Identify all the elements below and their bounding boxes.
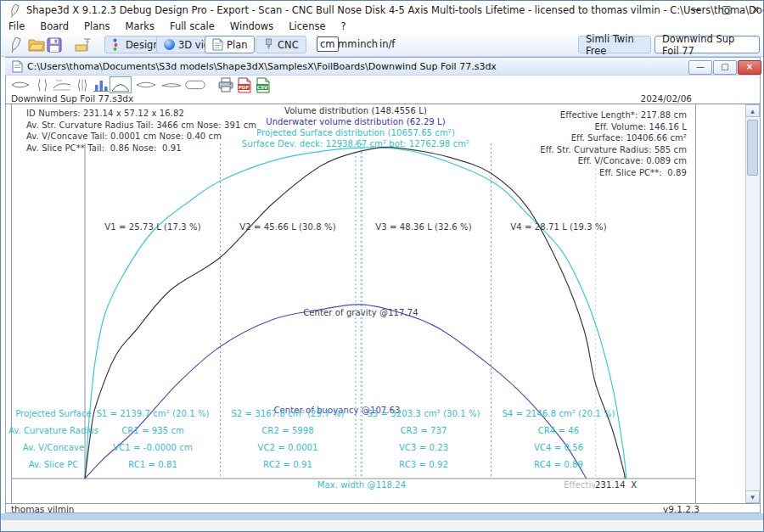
vc1-value: VC1 = -0.0000 cm xyxy=(113,443,193,452)
close-button[interactable]: × xyxy=(741,1,764,19)
eff-vconcave-value: Eff. V/Concave: 0.089 cm xyxy=(540,155,687,167)
row-label-vconcave: Av. V/Concave xyxy=(23,443,84,452)
eff-surface-value: Eff. Surface: 10406.66 cm² xyxy=(540,132,687,144)
rc1-value: RC1 = 0.81 xyxy=(128,460,177,469)
section-v1-label: V1 = 25.73 L (17.3 %) xyxy=(104,222,200,232)
doc-minimize-button[interactable]: — xyxy=(688,60,712,75)
menu-file[interactable]: File xyxy=(1,20,32,32)
measure-tool-icon[interactable] xyxy=(74,37,91,56)
menu-board[interactable]: Board xyxy=(32,20,76,32)
row-label-curvature-radius: Av. Curvature Radius xyxy=(8,426,98,435)
plan-shape-icon[interactable] xyxy=(135,76,157,93)
s1-value: S1 = 2139.7 cm² (20.1 %) xyxy=(96,409,209,418)
chart-title: Volume distribution (148.4556 L) xyxy=(284,106,427,115)
outline-view-icon[interactable] xyxy=(9,76,31,93)
menu-full-scale[interactable]: Full scale xyxy=(162,20,222,32)
chart-info-left: ID Numbers: 231.14 x 57.12 x 16.82 Av. S… xyxy=(26,108,256,154)
svg-text:PDF: PDF xyxy=(239,84,250,89)
view-toolbar: PDF CSV xyxy=(6,76,760,94)
vc2-value: VC2 = 0.0001 xyxy=(257,443,317,452)
rc2-value: RC2 = 0.91 xyxy=(263,460,312,469)
cnc-icon xyxy=(263,38,274,51)
plan-button-label: Plan xyxy=(227,39,247,51)
thickness-shape-icon[interactable] xyxy=(160,76,183,93)
board-tab-simli-twin-free[interactable]: Simli Twin Free xyxy=(578,36,651,53)
doc-restore-button[interactable]: □ xyxy=(713,60,737,75)
eff-volume-value: Eff. Volume: 146.16 L xyxy=(540,121,687,133)
document-date-label: 2024/02/06 xyxy=(640,93,692,104)
eff-slice-pc-value: Eff. Slice PC**: 0.89 xyxy=(540,167,687,179)
s3-value: S3 = 3203.3 cm² (30.1 %) xyxy=(367,409,480,418)
x-axis-end-label: 231.14 X xyxy=(595,480,637,490)
cnc-button-label: CNC xyxy=(278,39,299,51)
app-window: Shape3d X 9.1.2.3 Debug Design Pro - Exp… xyxy=(0,0,764,532)
vc3-value: VC3 = 0.23 xyxy=(399,443,448,452)
cr1-value: CR1 = 935 cm xyxy=(121,426,184,435)
s4-value: S4 = 2146.8 cm² (20.1 %) xyxy=(502,409,615,418)
chart-subtitle-projected: Projected Surface distribution (10657.65… xyxy=(256,128,455,137)
app-icon xyxy=(8,3,22,21)
effective-length-value: Effective Length*: 217.88 cm xyxy=(540,109,687,121)
max-width-label: Max. width @118.24 xyxy=(317,480,407,490)
scrollbar-thumb[interactable] xyxy=(747,120,758,176)
cr4-value: CR4 = 46 xyxy=(538,426,580,435)
menu-windows[interactable]: Windows xyxy=(222,20,281,32)
design-icon xyxy=(112,38,122,51)
chart-subtitle-surface-dev: Surface Dev. deck: 12938.67 cm² bot: 127… xyxy=(242,139,469,148)
cr3-value: CR3 = 737 xyxy=(400,426,447,435)
document-title-bar: C:\Users\thoma\Documents\S3d models\Shap… xyxy=(5,58,760,76)
open-file-icon[interactable] xyxy=(28,38,45,55)
menu-help[interactable]: ? xyxy=(334,20,354,32)
svg-text:CSV: CSV xyxy=(257,84,268,89)
canvas-left-border xyxy=(11,104,12,503)
maximize-button[interactable]: □ xyxy=(712,1,741,19)
rc4-value: RC4 = 0.89 xyxy=(534,460,583,469)
export-csv-icon[interactable]: CSV xyxy=(252,76,274,93)
menu-bar: File Board Plans Marks Full scale Window… xyxy=(1,20,763,33)
canvas-bottom-border xyxy=(5,503,760,504)
chart-info-right: Effective Length*: 217.88 cm Eff. Volume… xyxy=(540,109,687,178)
menu-marks[interactable]: Marks xyxy=(118,20,162,32)
pen-tool-icon[interactable] xyxy=(8,36,24,57)
cr2-value: CR2 = 5998 xyxy=(261,426,313,435)
outline-shape-icon[interactable] xyxy=(184,76,206,93)
rc3-value: RC3 = 0.92 xyxy=(399,460,448,469)
menu-license[interactable]: License xyxy=(281,20,333,32)
board-tab-downwind-sup-foil[interactable]: Downwind Sup Foil 77 xyxy=(654,36,760,53)
doc-close-button[interactable]: × xyxy=(738,60,761,75)
plan-icon xyxy=(212,38,223,51)
row-label-projected-surface: Projected Surface xyxy=(15,409,92,418)
main-toolbar: Design 3D view Plan CNC cm mm inch in/f … xyxy=(1,33,763,57)
s2-value: S2 = 3167.8 cm² (29.7 %) xyxy=(231,409,344,418)
section-v2-label: V2 = 45.66 L (30.8 %) xyxy=(239,222,335,232)
profile-view-icon[interactable] xyxy=(51,76,73,93)
scroll-down-icon[interactable]: ▼ xyxy=(745,490,760,503)
status-bar: Press F1 for help cm X: 60.80 Y: 28.81 Z… xyxy=(1,519,763,532)
avg-vconcave-label: Av. V/Concave Tail: 0.0001 cm Nose: 0.40… xyxy=(26,131,256,143)
design-button-label: Design xyxy=(126,39,160,51)
document-path: C:\Users\thoma\Documents\S3d models\Shap… xyxy=(27,61,497,72)
document-name-label: Downwind Sup Foil 77.s3dx xyxy=(11,93,133,104)
menu-plans[interactable]: Plans xyxy=(76,20,117,32)
window-title: Shape3d X 9.1.2.3 Debug Design Pro - Exp… xyxy=(26,4,764,16)
row-label-slice-pc: Av. Slice PC xyxy=(29,460,79,469)
title-bar: Shape3d X 9.1.2.3 Debug Design Pro - Exp… xyxy=(1,1,763,20)
distribution-view-icon[interactable] xyxy=(110,76,132,93)
chart-subtitle-underwater: Underwater volume distribution (62.29 L) xyxy=(266,117,446,126)
cnc-button[interactable]: CNC xyxy=(256,36,306,53)
section-v4-label: V4 = 28.71 L (19.3 %) xyxy=(510,222,606,232)
plan-button[interactable]: Plan xyxy=(205,36,255,53)
minimize-button[interactable]: — xyxy=(681,1,710,19)
id-numbers-label: ID Numbers: 231.14 x 57.12 x 16.82 xyxy=(26,108,256,120)
center-of-gravity-label: Center of gravity @117.74 xyxy=(303,308,418,317)
eff-curvature-value: Eff. Str. Curvature Radius: 585 cm xyxy=(540,144,687,156)
3d-sphere-icon xyxy=(164,39,175,50)
vc4-value: VC4 = 0.56 xyxy=(534,443,583,452)
document-icon xyxy=(12,60,23,76)
save-icon[interactable] xyxy=(47,37,62,56)
unit-inf-button[interactable]: in/f xyxy=(377,37,397,51)
avg-curvature-label: Av. Str. Curvature Radius Tail: 3466 cm … xyxy=(26,120,256,132)
scroll-up-icon[interactable]: ▲ xyxy=(745,104,760,117)
avg-slice-pc-label: Av. Slice PC** Tail: 0.86 Nose: 0.91 xyxy=(26,143,256,154)
window-bottom-strip xyxy=(1,513,763,519)
